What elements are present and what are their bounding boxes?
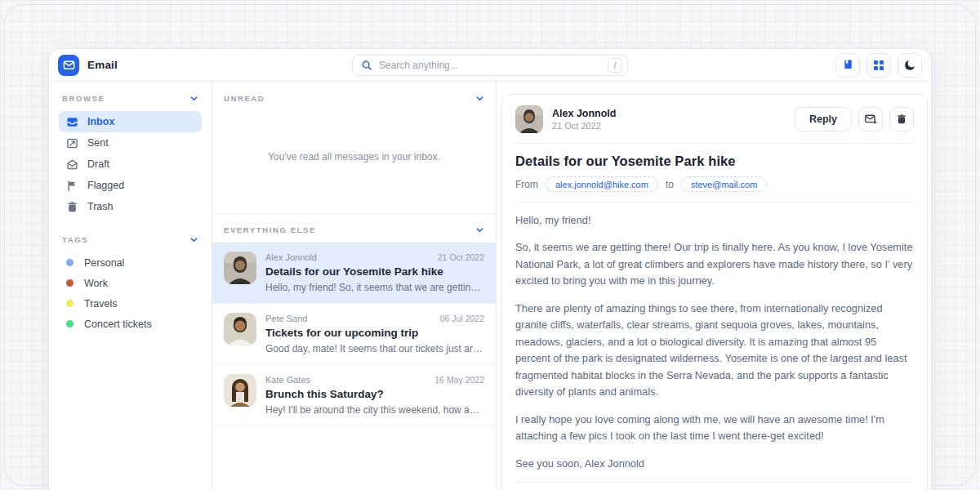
- to-label: to: [666, 179, 674, 190]
- trash-icon: [896, 114, 907, 125]
- tag-item-concert-tickets[interactable]: Concert tickets: [59, 314, 202, 334]
- moon-icon: [904, 59, 916, 71]
- detail-subject: Details for our Yosemite Park hike: [515, 154, 914, 169]
- unread-section-header[interactable]: UNREAD: [212, 82, 496, 103]
- tags-group: TAGS Personal Work Travels: [59, 235, 202, 334]
- tag-color-dot: [66, 279, 74, 287]
- browse-label: BROWSE: [62, 94, 105, 103]
- avatar: [224, 374, 256, 407]
- reply-button[interactable]: Reply: [795, 107, 852, 131]
- from-email-pill[interactable]: alex.jonnold@hike.com: [546, 176, 658, 192]
- email-app-window: Email /: [49, 49, 931, 490]
- tags-section-header[interactable]: TAGS: [59, 235, 202, 244]
- detail-header: Alex Jonnold 21 Oct 2022 Reply: [515, 105, 914, 133]
- unread-label: UNREAD: [224, 94, 265, 103]
- sidebar-item-trash[interactable]: Trash: [59, 196, 202, 217]
- email-date: 06 Jul 2022: [440, 314, 484, 323]
- email-row-body: Pete Sand 06 Jul 2022 Tickets for our up…: [265, 313, 484, 354]
- email-date: 21 Oct 2022: [438, 252, 484, 262]
- tag-item-work[interactable]: Work: [59, 273, 202, 293]
- email-body: Hello, my friend! So, it seems we are ge…: [515, 212, 914, 472]
- chevron-down-icon[interactable]: [189, 235, 198, 244]
- tag-item-travels[interactable]: Travels: [59, 293, 202, 314]
- email-date: 16 May 2022: [434, 375, 484, 385]
- to-email-pill[interactable]: steve@mail.com: [681, 176, 767, 192]
- envelope-icon: [864, 113, 877, 126]
- mark-unread-button[interactable]: [858, 107, 883, 131]
- tag-label: Concert tickets: [84, 318, 152, 330]
- trash-icon: [66, 201, 78, 213]
- sidebar-item-sent[interactable]: Sent: [59, 132, 202, 154]
- sidebar-item-inbox[interactable]: Inbox: [59, 111, 202, 132]
- apps-button[interactable]: [866, 53, 891, 78]
- tag-color-dot: [66, 300, 74, 307]
- inbox-icon: [66, 116, 78, 128]
- draft-icon: [66, 158, 78, 171]
- detail-sender-name: Alex Jonnold: [552, 108, 795, 119]
- tag-item-personal[interactable]: Personal: [59, 252, 202, 273]
- email-sender: Kate Gates: [265, 375, 310, 385]
- search-icon: [361, 60, 372, 71]
- body-paragraph: I really hope you love coming along with…: [515, 412, 914, 445]
- book-button[interactable]: [835, 53, 860, 78]
- sidebar-item-label: Draft: [87, 158, 109, 170]
- email-sender: Pete Sand: [265, 314, 307, 323]
- unread-section: UNREAD You've read all messages in your …: [212, 82, 496, 214]
- email-sender: Alex Jonnold: [265, 252, 317, 262]
- body-paragraph: See you soon, Alex Jonnold: [515, 456, 914, 472]
- sidebar-item-label: Sent: [87, 137, 109, 149]
- divider: [515, 143, 914, 144]
- email-detail-card: Alex Jonnold 21 Oct 2022 Reply: [501, 94, 928, 490]
- detail-sender-block: Alex Jonnold 21 Oct 2022: [552, 108, 795, 131]
- search-input[interactable]: [379, 60, 601, 71]
- search-shortcut-key: /: [608, 58, 622, 73]
- email-detail-pane: Alex Jonnold 21 Oct 2022 Reply: [497, 82, 931, 490]
- detail-date: 21 Oct 2022: [552, 121, 795, 131]
- email-preview: Hello, my friend! So, it seems that we a…: [265, 282, 484, 293]
- email-subject: Brunch this Saturday?: [265, 388, 484, 400]
- dark-mode-button[interactable]: [898, 53, 922, 78]
- chevron-down-icon[interactable]: [189, 94, 198, 103]
- page-background: Email /: [0, 0, 980, 490]
- browse-section-header[interactable]: BROWSE: [59, 94, 202, 103]
- sidebar-item-label: Flagged: [87, 180, 124, 191]
- top-bar: Email /: [49, 49, 931, 82]
- body-paragraph: So, it seems we are getting there! Our t…: [515, 239, 914, 289]
- apps-grid-icon: [873, 60, 884, 71]
- unread-empty-message: You've read all messages in your inbox.: [212, 103, 496, 213]
- app-title: Email: [87, 59, 118, 71]
- divider: [515, 482, 914, 483]
- email-row-body: Alex Jonnold 21 Oct 2022 Details for our…: [265, 252, 484, 293]
- delete-email-button[interactable]: [889, 107, 914, 131]
- tag-label: Work: [84, 278, 108, 289]
- avatar: [224, 313, 256, 345]
- sidebar-item-label: Trash: [87, 201, 114, 212]
- divider: [515, 202, 914, 203]
- email-list-item-alex[interactable]: Alex Jonnold 21 Oct 2022 Details for our…: [212, 243, 496, 304]
- tag-label: Travels: [84, 298, 118, 310]
- sidebar-item-draft[interactable]: Draft: [59, 154, 202, 175]
- browse-group: BROWSE Inbox Sent: [59, 94, 202, 217]
- search-area: /: [213, 55, 767, 76]
- detail-actions: Reply: [795, 107, 914, 131]
- body-paragraph: There are plenty of amazing things to se…: [515, 301, 914, 401]
- from-label: From: [515, 179, 538, 190]
- flag-icon: [66, 180, 78, 192]
- everything-else-section-header[interactable]: EVERYTHING ELSE: [212, 214, 496, 243]
- avatar: [224, 252, 256, 284]
- everything-else-label: EVERYTHING ELSE: [224, 225, 316, 234]
- email-subject: Tickets for our upcoming trip: [265, 327, 484, 339]
- chevron-down-icon[interactable]: [475, 94, 484, 103]
- email-subject: Details for our Yosemite Park hike: [265, 265, 484, 278]
- header-actions: [767, 53, 922, 78]
- sidebar-item-flagged[interactable]: Flagged: [59, 175, 202, 196]
- email-list-item-pete[interactable]: Pete Sand 06 Jul 2022 Tickets for our up…: [212, 304, 496, 365]
- chevron-down-icon[interactable]: [475, 225, 484, 234]
- sidebar: BROWSE Inbox Sent: [49, 82, 212, 490]
- tag-color-dot: [66, 259, 74, 266]
- email-preview: Hey! I'll be around the city this weeken…: [265, 404, 484, 416]
- email-row-body: Kate Gates 16 May 2022 Brunch this Satur…: [265, 374, 484, 416]
- search-input-container[interactable]: /: [352, 55, 628, 76]
- email-list-item-kate[interactable]: Kate Gates 16 May 2022 Brunch this Satur…: [212, 365, 496, 426]
- message-list-column: UNREAD You've read all messages in your …: [212, 82, 497, 490]
